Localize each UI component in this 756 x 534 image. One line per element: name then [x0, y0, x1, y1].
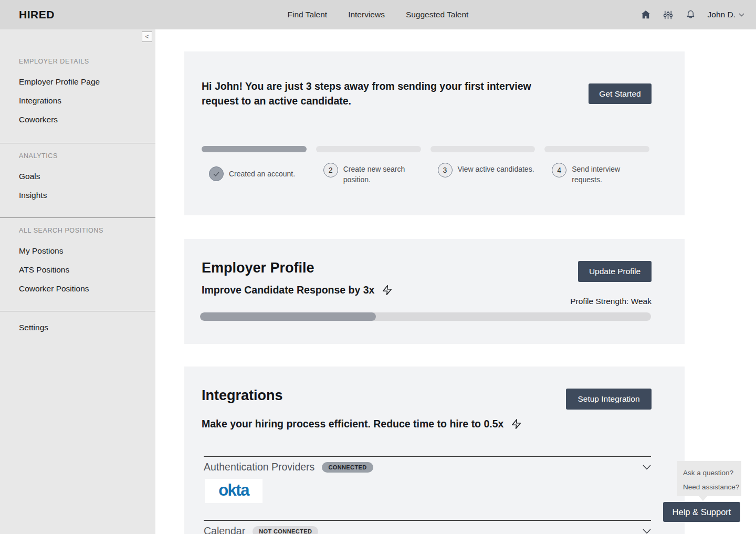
step-label: View active candidates.	[458, 163, 534, 174]
subtitle-text: Improve Candidate Response by 3x	[202, 284, 374, 296]
okta-logo: okta	[205, 479, 262, 503]
step-label: Create new search position.	[343, 163, 421, 185]
sidebar: < EMPLOYER DETAILS Employer Profile Page…	[0, 29, 155, 534]
okta-logo-text: okta	[218, 482, 249, 500]
employer-profile-title: Employer Profile	[202, 260, 314, 276]
user-menu[interactable]: John D.	[708, 10, 744, 19]
main-nav: Find Talent Interviews Suggested Talent	[288, 10, 469, 19]
profile-strength-label: Profile Strength: Weak	[570, 297, 652, 306]
zap-icon	[382, 285, 393, 296]
onboarding-progress	[202, 146, 649, 152]
integrations-card: Integrations Setup Integration Make your…	[184, 367, 685, 534]
chevron-down-icon	[739, 13, 744, 17]
sidebar-divider	[0, 311, 155, 311]
chevron-down-icon[interactable]	[643, 529, 651, 534]
employer-profile-subtitle: Improve Candidate Response by 3x	[202, 284, 393, 296]
sidebar-item-coworkers[interactable]: Coworkers	[19, 110, 155, 129]
bell-icon[interactable]	[685, 9, 697, 20]
tooltip-arrow	[698, 496, 708, 501]
header-actions: John D.	[640, 9, 744, 20]
integration-name: Calendar	[204, 525, 245, 534]
tooltip-line: Ask a question?	[683, 466, 741, 480]
onboarding-steps: Created an account. 2 Create new search …	[202, 163, 649, 185]
progress-segment	[544, 146, 649, 152]
step-check-circle	[209, 166, 224, 181]
sidebar-item-settings[interactable]: Settings	[19, 318, 155, 337]
nav-find-talent[interactable]: Find Talent	[288, 10, 328, 19]
sidebar-section-title: ANALYTICS	[19, 152, 155, 161]
sidebar-item-insights[interactable]: Insights	[19, 186, 155, 205]
progress-segment	[202, 146, 307, 152]
chevron-down-icon[interactable]	[643, 465, 651, 470]
check-icon	[213, 170, 220, 177]
step-number-circle: 4	[552, 163, 566, 177]
setup-integration-button[interactable]: Setup Integration	[566, 389, 652, 410]
step-label: Created an account.	[229, 169, 295, 179]
sidebar-item-coworker-positions[interactable]: Coworker Positions	[19, 279, 155, 298]
sidebar-item-goals[interactable]: Goals	[19, 167, 155, 186]
step-send-requests: 4 Send interview requests.	[544, 163, 649, 185]
sidebar-collapse-button[interactable]: <	[142, 32, 152, 42]
integration-row-authentication: Authentication Providers CONNECTED	[204, 461, 651, 473]
help-support-button[interactable]: Help & Support	[663, 502, 740, 522]
profile-strength-bar	[200, 312, 651, 321]
tooltip-line: Need assistance?	[683, 480, 741, 494]
user-name: John D.	[708, 10, 736, 19]
sidebar-section-title: ALL SEARCH POSITIONS	[19, 227, 155, 235]
integration-name: Authentication Providers	[204, 461, 314, 473]
sidebar-section-title: EMPLOYER DETAILS	[19, 58, 155, 66]
step-create-position: 2 Create new search position.	[316, 163, 421, 185]
onboarding-card: Hi John! You are just 3 steps away from …	[184, 51, 685, 215]
integrations-subtitle: Make your hiring process efficient. Redu…	[202, 418, 522, 430]
app-logo[interactable]: HIRED	[19, 8, 55, 21]
step-number-circle: 3	[438, 163, 453, 177]
subtitle-text: Make your hiring process efficient. Redu…	[202, 418, 503, 430]
zap-icon	[511, 418, 522, 430]
sidebar-section-analytics: ANALYTICS Goals Insights	[0, 143, 155, 205]
nav-suggested-talent[interactable]: Suggested Talent	[406, 10, 469, 19]
step-number-circle: 2	[323, 163, 338, 177]
status-badge: NOT CONNECTED	[253, 526, 318, 534]
home-icon[interactable]	[640, 9, 652, 20]
section-divider	[204, 456, 651, 457]
step-label: Send interview requests.	[572, 163, 649, 185]
progress-segment	[316, 146, 421, 152]
nav-interviews[interactable]: Interviews	[348, 10, 385, 19]
sidebar-section-employer-details: EMPLOYER DETAILS Employer Profile Page I…	[0, 58, 155, 129]
progress-segment	[430, 146, 536, 152]
status-badge: CONNECTED	[322, 462, 373, 473]
step-created-account: Created an account.	[202, 163, 307, 185]
sidebar-item-ats-positions[interactable]: ATS Positions	[19, 260, 155, 279]
step-view-candidates: 3 View active candidates.	[430, 163, 536, 185]
profile-strength-fill	[200, 312, 376, 321]
onboarding-message: Hi John! You are just 3 steps away from …	[202, 79, 564, 108]
sidebar-item-employer-profile-page[interactable]: Employer Profile Page	[19, 72, 155, 91]
help-tooltip: Ask a question? Need assistance?	[677, 461, 741, 496]
sidebar-section-all-search-positions: ALL SEARCH POSITIONS My Postions ATS Pos…	[0, 218, 155, 298]
employer-profile-card: Employer Profile Improve Candidate Respo…	[184, 239, 685, 344]
sliders-icon[interactable]	[663, 9, 674, 20]
sidebar-item-my-positions[interactable]: My Postions	[19, 242, 155, 260]
update-profile-button[interactable]: Update Profile	[578, 261, 652, 282]
get-started-button[interactable]: Get Started	[589, 83, 652, 104]
section-divider	[204, 520, 651, 521]
top-nav-bar: HIRED Find Talent Interviews Suggested T…	[0, 0, 756, 29]
integrations-title: Integrations	[202, 388, 283, 404]
sidebar-item-integrations[interactable]: Integrations	[19, 91, 155, 110]
integration-row-calendar: Calendar NOT CONNECTED	[204, 525, 651, 534]
